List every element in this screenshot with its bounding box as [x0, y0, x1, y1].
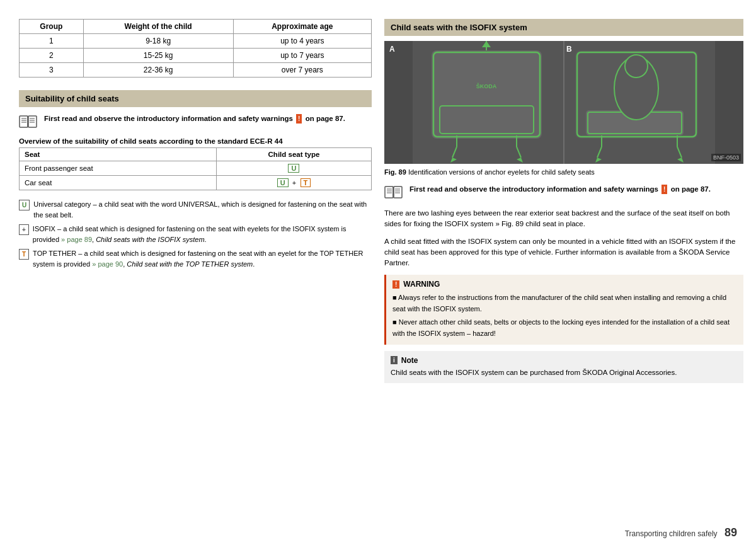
svg-rect-13 — [438, 104, 536, 135]
svg-text:ŠKODA: ŠKODA — [476, 83, 497, 89]
group-table: Group Weight of the child Approximate ag… — [19, 19, 372, 78]
book-icon — [19, 115, 38, 130]
seat-row-car: Car seat U + T — [20, 176, 372, 190]
legend-isofix-text: ISOFIX – a child seat which is designed … — [33, 224, 372, 244]
note-icon: i — [391, 356, 398, 364]
label-a: A — [389, 45, 395, 54]
table-row: 1 9-18 kg up to 4 years — [20, 34, 372, 49]
intro-warning-text: First read and observe the introductory … — [44, 113, 345, 124]
warning-badge-right: ! — [662, 185, 667, 194]
legend-tether: T TOP TETHER – a child seat which is des… — [19, 248, 372, 269]
warning-title: ! WARNING — [392, 280, 737, 289]
col-weight: Weight of the child — [83, 20, 233, 34]
warning-bullet-2: ■ Never attach other child seats, belts … — [392, 317, 737, 339]
para2: A child seat fitted with the ISOFIX syst… — [384, 236, 743, 269]
seat-row-front: Front passenger seat U — [20, 161, 372, 176]
right-intro-warning: First read and observe the introductory … — [384, 184, 743, 200]
page-number: 89 — [724, 526, 737, 539]
isofix-title: Child seats with the ISOFIX system — [384, 19, 743, 36]
suitability-section: Suitability of child seats First read an… — [19, 90, 372, 269]
suitability-title: Suitability of child seats — [19, 90, 372, 107]
warning-badge: ! — [296, 114, 302, 124]
right-column: Child seats with the ISOFIX system A B — [384, 19, 743, 533]
left-column: Group Weight of the child Approximate ag… — [19, 19, 372, 533]
svg-rect-36 — [385, 187, 393, 198]
note-text: Child seats with the ISOFIX system can b… — [391, 367, 737, 378]
image-ref: BNF-0503 — [711, 154, 741, 161]
table-row: 3 22-36 kg over 7 years — [20, 63, 372, 78]
col-child-seat-type: Child seat type — [216, 148, 371, 161]
col-group: Group — [20, 20, 84, 34]
svg-rect-37 — [394, 187, 402, 198]
car-seat-svg: ŠKODA — [384, 41, 743, 164]
svg-rect-0 — [20, 116, 28, 127]
right-warning-text: First read and observe the introductory … — [410, 184, 711, 195]
page-footer: Transporting children safely 89 — [625, 526, 737, 539]
label-b: B — [566, 45, 572, 54]
footer-label: Transporting children safely — [625, 529, 718, 538]
legend-tether-text: TOP TETHER – a child seat which is desig… — [33, 248, 372, 269]
car-seat-type: U + T — [216, 176, 371, 190]
legend-items: U Universal category – a child seat with… — [19, 199, 372, 269]
warning-section: ! WARNING ■ Always refer to the instruct… — [384, 275, 743, 344]
table-row: 2 15-25 kg up to 7 years — [20, 49, 372, 63]
isofix-image: A B ŠKODA — [384, 41, 743, 164]
overview-label: Overview of the suitability of child sea… — [19, 137, 372, 145]
para1: There are two lashing eyes between the r… — [384, 208, 743, 230]
note-title: i Note — [391, 356, 737, 365]
svg-rect-1 — [28, 116, 37, 127]
col-age: Approximate age — [233, 20, 371, 34]
legend-isofix: + ISOFIX – a child seat which is designe… — [19, 224, 372, 244]
fig-caption: Fig. 89 Identification versions of ancho… — [384, 166, 743, 178]
col-seat: Seat — [20, 148, 217, 161]
book-icon-right — [384, 185, 403, 200]
legend-u-text: Universal category – a child seat with t… — [33, 199, 372, 220]
svg-point-29 — [625, 55, 648, 78]
intro-warning-box: First read and observe the introductory … — [19, 113, 372, 130]
warning-bullet-1: ■ Always refer to the instructions from … — [392, 292, 737, 314]
warning-icon: ! — [392, 280, 399, 289]
seat-table: Seat Child seat type Front passenger sea… — [19, 147, 372, 190]
legend-u: U Universal category – a child seat with… — [19, 199, 372, 220]
warning-bullets: ■ Always refer to the instructions from … — [392, 292, 737, 339]
note-section: i Note Child seats with the ISOFIX syste… — [384, 351, 743, 383]
front-seat-type: U — [216, 161, 371, 176]
